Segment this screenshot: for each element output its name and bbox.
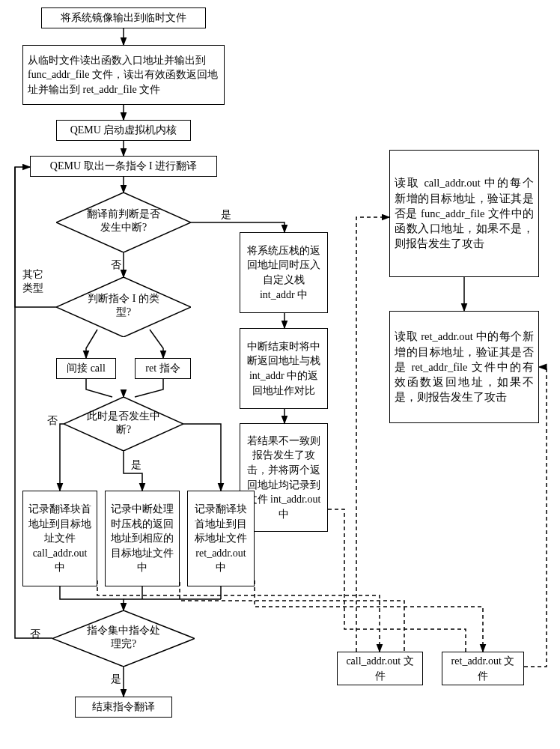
file-call-addr: call_addr.out 文件 [337,652,423,685]
label-yes-1: 是 [221,208,231,222]
process-qemu-fetch-instr: QEMU 取出一条指令 I 进行翻译 [30,156,217,177]
text: 若结果不一致则报告发生了攻击，并将两个返回地址均记录到文件 int_addr.o… [245,434,323,522]
type-ret-instr: ret 指令 [135,358,191,379]
text: 翻译前判断是否发生中断? [86,207,161,234]
decision-instrs-done: 指令集中指令处理完? [52,610,195,667]
decision-instr-type: 判断指令 I 的类型? [56,277,191,337]
label-no-2: 否 [47,414,58,428]
text: 记录中断处理时压栈的返回地址到相应的目标地址文件中 [110,502,174,575]
decision-interrupt-now: 此时是否发生中断? [64,397,183,451]
process-push-stack: 将系统压栈的返回地址同时压入自定义栈 int_addr 中 [240,232,328,313]
text: 读取 ret_addr.out 中的每个新增的目标地址，验证其是否是 ret_a… [395,329,534,404]
process-end: 结束指令翻译 [75,697,172,718]
verify-call-addr: 读取 call_addr.out 中的每个新增的目标地址，验证其是否是 func… [389,150,539,277]
text: 将系统压栈的返回地址同时压入自定义栈 int_addr 中 [245,243,323,302]
text: ret_addr.out 文件 [447,654,519,683]
process-qemu-start: QEMU 启动虚拟机内核 [56,120,191,141]
record-ret-addr: 记录翻译块首地址到目标地址文件 ret_addr.out 中 [187,491,255,586]
text: 记录翻译块首地址到目标地址文件 ret_addr.out 中 [192,502,249,575]
record-call-addr: 记录翻译块首地址到目标地址文件 call_addr.out 中 [22,491,97,586]
record-interrupt-ret: 记录中断处理时压栈的返回地址到相应的目标地址文件中 [105,491,180,586]
type-indirect-call: 间接 call [56,358,116,379]
text: 指令集中指令处理完? [86,624,161,651]
label-yes-2: 是 [131,458,141,472]
text: call_addr.out 文件 [342,654,418,683]
process-read-addresses: 从临时文件读出函数入口地址并输出到 func_addr_file 文件，读出有效… [22,45,225,105]
label-no-1: 否 [111,258,121,272]
text: 从临时文件读出函数入口地址并输出到 func_addr_file 文件，读出有效… [28,53,219,97]
text: QEMU 启动虚拟机内核 [70,123,177,138]
decision-interrupt-before: 翻译前判断是否发生中断? [56,192,191,252]
text: 读取 call_addr.out 中的每个新增的目标地址，验证其是否是 func… [395,175,534,251]
process-output-image: 将系统镜像输出到临时文件 [41,7,206,28]
verify-ret-addr: 读取 ret_addr.out 中的每个新增的目标地址，验证其是否是 ret_a… [389,311,539,423]
text: 中断结束时将中断返回地址与栈 int_addr 中的返回地址作对比 [245,339,323,398]
text: QEMU 取出一条指令 I 进行翻译 [50,159,197,174]
text: 判断指令 I 的类型? [86,292,161,319]
text: ret 指令 [145,361,180,376]
process-compare-ret: 中断结束时将中断返回地址与栈 int_addr 中的返回地址作对比 [240,328,328,409]
text: 间接 call [67,361,106,376]
text: 此时是否发生中断? [86,410,161,437]
text: 将系统镜像输出到临时文件 [61,10,186,25]
label-other-type: 其它类型 [22,268,45,295]
text: 结束指令翻译 [92,700,155,715]
file-ret-addr: ret_addr.out 文件 [442,652,524,685]
label-no-3: 否 [30,628,40,641]
text: 记录翻译块首地址到目标地址文件 call_addr.out 中 [28,502,92,575]
label-yes-3: 是 [111,673,121,686]
